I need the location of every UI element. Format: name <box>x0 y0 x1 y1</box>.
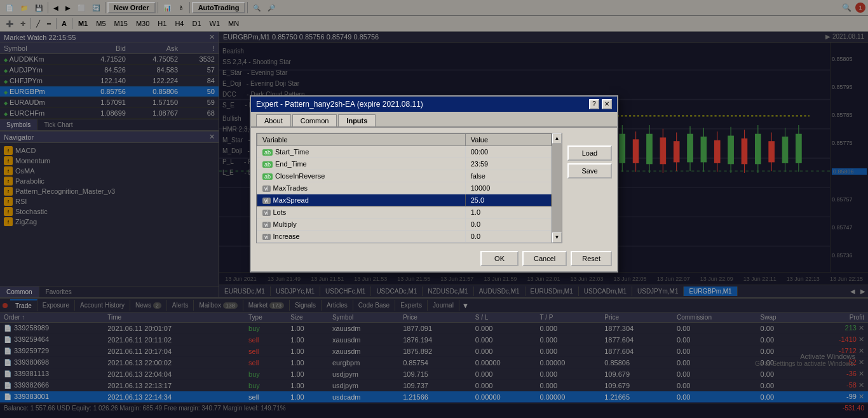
dialog-row-multiply[interactable]: viMultiply 0.0 <box>257 218 552 230</box>
dialog-load-btn[interactable]: Load <box>567 145 612 161</box>
dialog-scrollbar: ▲ ▼ <box>552 133 562 243</box>
scrollbar-down-btn[interactable]: ▼ <box>552 233 562 243</box>
dialog-row-endtime[interactable]: abEnd_Time 23:59 <box>257 158 552 170</box>
dialog-reset-btn[interactable]: Reset <box>571 251 612 266</box>
dialog-tab-bar: About Common Inputs <box>251 112 617 128</box>
dialog-row-maxspread[interactable]: viMaxSpread 25.0 <box>257 194 552 206</box>
dialog-help-btn[interactable]: ? <box>589 99 599 109</box>
dialog-title: Expert - Pattern_hany2sh-EA (expire 2021… <box>256 100 423 109</box>
dialog-ok-btn[interactable]: OK <box>480 251 519 266</box>
dialog-row-closeinreverse[interactable]: abCloseInReverse false <box>257 170 552 182</box>
dialog-titlebar: Expert - Pattern_hany2sh-EA (expire 2021… <box>251 97 617 112</box>
dialog-th-variable: Variable <box>257 133 466 145</box>
dialog-overlay: Expert - Pattern_hany2sh-EA (expire 2021… <box>0 0 868 418</box>
dialog-close-btn[interactable]: ✕ <box>602 99 612 109</box>
dialog-row-starttime[interactable]: abStart_Time 00:00 <box>257 145 552 158</box>
scrollbar-thumb[interactable] <box>552 144 562 233</box>
dialog-cancel-btn[interactable]: Cancel <box>522 251 567 266</box>
dialog-footer: OK Cancel Reset <box>251 248 617 271</box>
scrollbar-up-btn[interactable]: ▲ <box>552 133 562 144</box>
dialog-side-buttons: Load Save <box>567 133 612 243</box>
dialog-content: Variable Value abStart_Time 00:00 abEnd_… <box>251 128 617 248</box>
dialog-row-increase[interactable]: viIncrease 0.0 <box>257 230 552 242</box>
expert-dialog: Expert - Pattern_hany2sh-EA (expire 2021… <box>250 95 618 273</box>
dialog-row-maxtrades[interactable]: viMaxTrades 10000 <box>257 182 552 194</box>
dialog-row-lots[interactable]: viLots 1.0 <box>257 206 552 218</box>
dialog-th-value: Value <box>465 133 551 145</box>
dialog-tab-common[interactable]: Common <box>292 114 337 126</box>
dialog-tab-about[interactable]: About <box>256 114 291 126</box>
dialog-tab-inputs[interactable]: Inputs <box>338 114 376 126</box>
dialog-save-btn[interactable]: Save <box>567 163 612 179</box>
dialog-inputs-table: Variable Value abStart_Time 00:00 abEnd_… <box>257 133 552 243</box>
